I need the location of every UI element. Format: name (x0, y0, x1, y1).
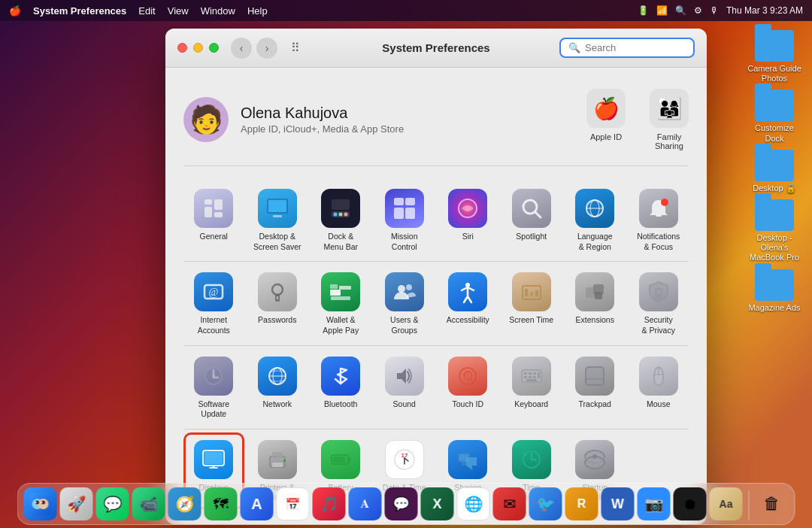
pref-users[interactable]: Users &Groups (374, 265, 435, 341)
folder-magazine-ads-icon (755, 269, 794, 301)
back-button[interactable]: ‹ (231, 38, 252, 59)
close-button[interactable] (177, 43, 187, 53)
family-sharing-icon: 👨‍👩‍👧 (650, 89, 689, 128)
pref-language[interactable]: Language& Region (565, 181, 626, 258)
menubar-edit[interactable]: Edit (138, 5, 155, 17)
pref-general[interactable]: General (183, 181, 244, 258)
dock-safari[interactable]: 🧭 (168, 487, 201, 520)
software-label: SoftwareUpdate (198, 399, 229, 420)
menubar-window[interactable]: Window (201, 5, 235, 17)
pref-passwords[interactable]: Passwords (247, 265, 308, 341)
svg-text:@: @ (209, 287, 219, 298)
svg-rect-1 (205, 207, 212, 217)
network-label: Network (262, 399, 292, 410)
dock-music[interactable]: 🎵 (313, 487, 346, 520)
pref-accessibility[interactable]: Accessibility (438, 265, 498, 341)
pref-wallet[interactable]: Wallet &Apple Pay (311, 265, 371, 341)
folder-desktop[interactable]: Desktop 🔒 (744, 150, 804, 193)
desktop-icons: Camera GuidePhotos Customize Dock Deskto… (744, 30, 804, 313)
forward-button[interactable]: › (256, 38, 277, 59)
startupdisk-icon (575, 440, 614, 479)
pref-sound[interactable]: Sound (374, 349, 435, 426)
pref-extensions[interactable]: Extensions (565, 265, 626, 341)
svg-line-18 (535, 212, 541, 217)
folder-desktop-olena[interactable]: Desktop - Olena's MacBook Pro (744, 199, 804, 263)
pref-software[interactable]: SoftwareUpdate (183, 349, 244, 426)
svg-rect-0 (205, 199, 212, 205)
dock-reeder[interactable]: R (565, 487, 598, 520)
svg-rect-15 (405, 208, 415, 219)
svg-point-45 (212, 375, 215, 378)
dock-finder[interactable] (24, 487, 57, 520)
search-input[interactable] (585, 42, 686, 53)
pref-keyboard[interactable]: Keyboard (501, 349, 562, 426)
svg-rect-2 (214, 199, 223, 210)
siri-icon (448, 189, 487, 228)
pref-spotlight[interactable]: Spotlight (501, 181, 562, 258)
dock-airmail[interactable]: ✉ (493, 487, 526, 520)
pref-touchid[interactable]: Touch ID (438, 349, 498, 426)
wallet-icon (321, 272, 360, 311)
dock-dictionary[interactable]: Aa (710, 487, 743, 520)
siri-icon[interactable]: 🎙 (710, 5, 719, 16)
dock-slack[interactable]: 💬 (385, 487, 418, 520)
dock-launchpad[interactable]: 🚀 (60, 487, 93, 520)
users-icon (385, 272, 424, 311)
dock-trash[interactable]: 🗑 (756, 487, 789, 520)
apple-menu[interactable]: 🍎 (9, 5, 21, 17)
keyboard-icon (512, 357, 551, 396)
control-center-icon[interactable]: ⚙ (694, 5, 702, 16)
grid-view-button[interactable]: ⠿ (285, 38, 306, 59)
svg-point-10 (344, 213, 348, 217)
dock-screenrecord[interactable]: ⏺ (674, 487, 707, 520)
pref-bluetooth[interactable]: Bluetooth (311, 349, 371, 426)
folder-magazine-ads[interactable]: Magazine Ads (744, 269, 804, 313)
dock-chrome[interactable]: 🌐 (457, 487, 490, 520)
pref-trackpad[interactable]: Trackpad (565, 349, 626, 426)
pref-screentime[interactable]: Screen Time (501, 265, 562, 341)
search-menubar-icon[interactable]: 🔍 (675, 5, 686, 16)
svg-rect-56 (524, 376, 527, 378)
menubar-help[interactable]: Help (247, 5, 268, 17)
pref-internet[interactable]: @ InternetAccounts (183, 265, 244, 341)
dock-messages[interactable]: 💬 (96, 487, 129, 520)
folder-desktop-label: Desktop 🔒 (753, 184, 795, 193)
apple-id-button[interactable]: 🍎 Apple ID (586, 89, 626, 150)
dock-calendar[interactable]: 📅 (277, 487, 310, 520)
menubar-view[interactable]: View (168, 5, 189, 17)
trackpad-label: Trackpad (579, 399, 611, 410)
pref-dock[interactable]: Dock &Menu Bar (311, 181, 371, 258)
pref-mouse[interactable]: Mouse (629, 349, 689, 426)
dock-zoom[interactable]: 📷 (638, 487, 671, 520)
folder-customize-dock[interactable]: Customize Dock (744, 90, 804, 143)
pref-notifications[interactable]: Notifications& Focus (629, 181, 689, 258)
dock-twitterrific[interactable]: 🐦 (529, 487, 562, 520)
pref-network[interactable]: Network (247, 349, 308, 426)
dock-facetime[interactable]: 📹 (132, 487, 165, 520)
svg-rect-38 (530, 292, 533, 296)
pref-desktop[interactable]: Desktop &Screen Saver (247, 181, 308, 258)
dock-word[interactable]: W (601, 487, 635, 520)
dock-appstore[interactable]: A (241, 487, 274, 520)
avatar: 🧑 (183, 97, 229, 142)
family-sharing-button[interactable]: 👨‍👩‍👧 FamilySharing (650, 89, 689, 150)
prefs-row-2: @ InternetAccounts Passwords Wallet &App… (183, 265, 689, 341)
folder-camera-guide[interactable]: Camera GuidePhotos (744, 30, 804, 83)
dock-appstore2[interactable]: 𝐀 (349, 487, 382, 520)
folder-desktop-olena-icon (755, 199, 794, 231)
pref-mission[interactable]: MissionControl (374, 181, 435, 258)
svg-rect-59 (538, 372, 540, 378)
dock-maps[interactable]: 🗺 (205, 487, 238, 520)
minimize-button[interactable] (193, 43, 203, 53)
dock-excel[interactable]: X (421, 487, 454, 520)
datetime-icon: 17 (385, 440, 424, 479)
search-box[interactable]: 🔍 (559, 38, 695, 58)
pref-siri[interactable]: Siri (438, 181, 498, 258)
svg-rect-29 (330, 284, 338, 289)
menubar-app-name[interactable]: System Preferences (33, 5, 126, 17)
maximize-button[interactable] (209, 43, 219, 53)
svg-rect-11 (332, 199, 350, 210)
prefs-row-3: SoftwareUpdate Network Bluetooth Sound (183, 349, 689, 426)
pref-security[interactable]: Security& Privacy (629, 265, 689, 341)
bluetooth-icon (321, 357, 360, 396)
